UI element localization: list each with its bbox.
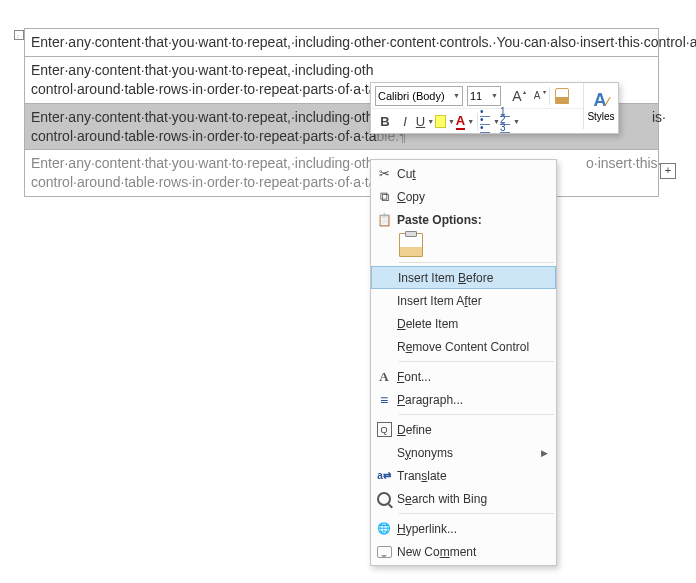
menu-separator <box>399 361 554 362</box>
menu-define[interactable]: Q Define <box>371 418 556 441</box>
search-icon <box>377 492 391 506</box>
format-painter-icon <box>555 88 569 104</box>
menu-insert-item-after[interactable]: Insert Item After <box>371 289 556 312</box>
font-size-value: 11 <box>470 90 482 102</box>
menu-delete-item[interactable]: Delete Item <box>371 312 556 335</box>
menu-remove-content-control[interactable]: Remove Content Control <box>371 335 556 358</box>
numbering-button[interactable]: 1—2—3—▼ <box>500 112 520 132</box>
menu-separator <box>399 262 554 263</box>
content-control-handle[interactable] <box>14 30 24 40</box>
font-family-value: Calibri (Body) <box>378 90 445 102</box>
menu-cut[interactable]: Cut <box>371 162 556 185</box>
numbering-icon: 1—2—3— <box>500 110 511 134</box>
cell-text-partial: is· <box>652 108 666 127</box>
menu-paste-options-header: Paste Options: <box>371 208 556 231</box>
menu-translate[interactable]: a⇄ Translate <box>371 464 556 487</box>
paste-options-row <box>371 231 556 259</box>
cell-text-partial: Enter·any·content·that·you·want·to·repea… <box>31 155 373 171</box>
italic-button[interactable]: I <box>395 112 415 132</box>
bold-button[interactable]: B <box>375 112 395 132</box>
shrink-font-button[interactable]: A▾ <box>527 86 547 106</box>
cell-text-partial: o·insert·this· <box>586 154 661 173</box>
comment-icon <box>377 546 392 558</box>
mini-toolbar: Calibri (Body) ▼ 11 ▼ A▴ A▾ B I U▼ ▼ A▼ <box>370 82 619 134</box>
menu-insert-item-before[interactable]: Insert Item Before <box>371 266 556 289</box>
menu-synonyms[interactable]: Synonyms ▶ <box>371 441 556 464</box>
underline-button[interactable]: U▼ <box>415 112 435 132</box>
cell-text-partial: Enter·any·content·that·you·want·to·repea… <box>31 62 373 78</box>
chevron-down-icon: ▼ <box>453 92 460 99</box>
font-family-select[interactable]: Calibri (Body) ▼ <box>375 86 463 106</box>
menu-font[interactable]: A Font... <box>371 365 556 388</box>
styles-icon: A⁄ <box>593 90 608 111</box>
menu-paragraph[interactable]: Paragraph... <box>371 388 556 411</box>
chevron-right-icon: ▶ <box>541 448 548 458</box>
paste-keep-source-button[interactable] <box>399 233 423 257</box>
table-row[interactable]: Enter·any·content·that·you·want·to·repea… <box>25 29 658 57</box>
scissors-icon <box>371 166 397 181</box>
menu-separator <box>399 414 554 415</box>
cell-text-partial: control·around·table·rows·in·order·to·re… <box>31 81 377 97</box>
styles-label: Styles <box>587 111 614 122</box>
grow-font-button[interactable]: A▴ <box>507 86 527 106</box>
menu-new-comment[interactable]: New Comment <box>371 540 556 563</box>
menu-search-bing[interactable]: Search with Bing <box>371 487 556 510</box>
bullets-icon: •—•—•— <box>480 110 491 134</box>
chevron-down-icon: ▼ <box>491 92 498 99</box>
context-menu: Cut Copy Paste Options: Insert Item Befo… <box>370 159 557 566</box>
cell-text: Enter·any·content·that·you·want·to·repea… <box>31 34 696 50</box>
globe-icon <box>371 522 397 535</box>
font-color-button[interactable]: A▼ <box>455 112 475 132</box>
highlight-button[interactable]: ▼ <box>435 112 455 132</box>
highlight-icon <box>435 115 446 128</box>
cell-text-partial: control·around·table·rows·in·order·to·re… <box>31 128 377 144</box>
styles-button[interactable]: A⁄ Styles <box>583 83 618 129</box>
define-icon: Q <box>377 422 392 437</box>
font-size-select[interactable]: 11 ▼ <box>467 86 501 106</box>
cell-text-partial: Enter·any·content·that·you·want·to·repea… <box>31 109 373 125</box>
translate-icon: a⇄ <box>377 470 391 481</box>
table-row[interactable]: Enter·any·content·that·you·want·to·repea… <box>25 150 658 196</box>
paragraph-icon <box>371 392 397 408</box>
format-painter-button[interactable] <box>552 86 572 106</box>
cell-text-partial: control·around·table·rows·in·order·to·re… <box>31 174 377 190</box>
menu-copy[interactable]: Copy <box>371 185 556 208</box>
clipboard-icon <box>371 213 397 227</box>
menu-separator <box>399 513 554 514</box>
font-icon: A <box>371 369 397 385</box>
add-row-handle[interactable]: + <box>660 163 676 179</box>
bullets-button[interactable]: •—•—•—▼ <box>480 112 500 132</box>
menu-hyperlink[interactable]: Hyperlink... <box>371 517 556 540</box>
copy-icon <box>371 189 397 205</box>
